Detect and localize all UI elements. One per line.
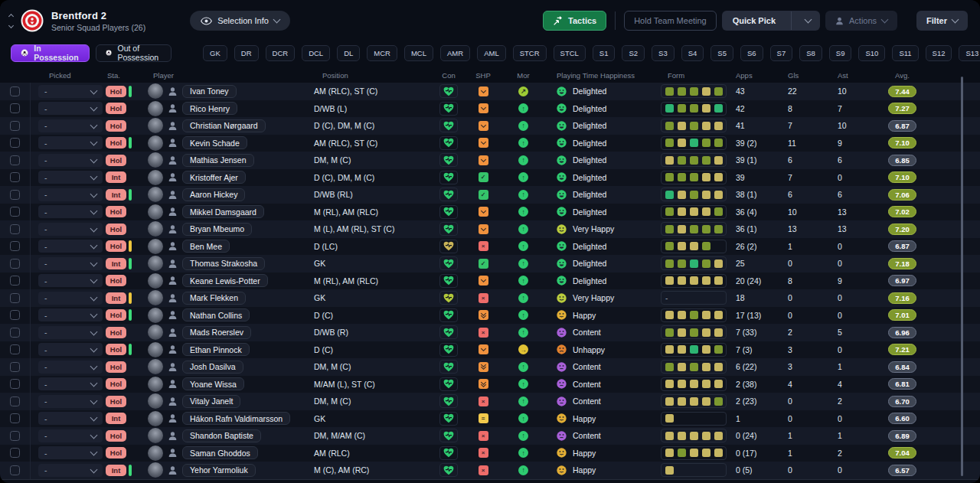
player-name[interactable]: Ethan Pinnock	[182, 343, 250, 356]
player-profile-button[interactable]	[168, 103, 178, 113]
row-checkbox[interactable]	[10, 344, 20, 354]
position-tab-gk[interactable]: GK	[203, 45, 227, 61]
panel-collapse-控l[interactable]	[9, 15, 13, 28]
picked-dropdown[interactable]: -	[38, 412, 103, 425]
player-name[interactable]: Mikkel Damsgaard	[182, 205, 264, 218]
position-tab-s1[interactable]: S1	[593, 45, 616, 61]
player-name[interactable]: Christian Nørgaard	[182, 119, 266, 132]
player-name[interactable]: Yoane Wissa	[182, 377, 244, 390]
picked-dropdown[interactable]: -	[38, 464, 103, 477]
row-checkbox[interactable]	[10, 121, 20, 131]
chevron-up-icon[interactable]	[8, 13, 14, 18]
picked-dropdown[interactable]: -	[38, 119, 103, 132]
picked-dropdown[interactable]: -	[38, 429, 103, 442]
position-tab-amr[interactable]: AMR	[440, 45, 470, 61]
position-tab-mcl[interactable]: MCL	[404, 45, 433, 61]
row-checkbox[interactable]	[10, 155, 20, 165]
player-profile-button[interactable]	[168, 276, 178, 286]
position-tab-dr[interactable]: DR	[234, 45, 259, 61]
row-checkbox[interactable]	[10, 310, 20, 320]
position-tab-s11[interactable]: S11	[892, 45, 918, 61]
player-profile-button[interactable]	[168, 190, 178, 200]
row-checkbox[interactable]	[10, 431, 20, 441]
row-checkbox[interactable]	[10, 190, 20, 200]
player-name[interactable]: Mark Flekken	[182, 292, 246, 305]
picked-dropdown[interactable]: -	[38, 257, 103, 270]
position-tab-s6[interactable]: S6	[740, 45, 763, 61]
row-checkbox[interactable]	[10, 293, 20, 303]
picked-dropdown[interactable]: -	[38, 446, 103, 459]
tab-out-of-possession[interactable]: Out of Possession	[96, 44, 172, 62]
position-tab-stcl[interactable]: STCL	[554, 45, 586, 61]
player-profile-button[interactable]	[168, 86, 178, 96]
row-checkbox[interactable]	[10, 465, 20, 475]
quick-pick-dropdown[interactable]	[797, 19, 819, 22]
row-checkbox[interactable]	[10, 172, 20, 182]
player-name[interactable]: Mathias Jensen	[182, 154, 254, 167]
player-profile-button[interactable]	[168, 413, 178, 423]
player-name[interactable]: Shandon Baptiste	[182, 429, 261, 442]
row-checkbox[interactable]	[10, 276, 20, 286]
position-tab-s4[interactable]: S4	[681, 45, 704, 61]
position-tab-s7[interactable]: S7	[770, 45, 793, 61]
picked-dropdown[interactable]: -	[38, 326, 103, 339]
row-checkbox[interactable]	[10, 207, 20, 217]
player-name[interactable]: Thomas Strakosha	[182, 257, 265, 270]
player-profile-button[interactable]	[168, 241, 178, 251]
picked-dropdown[interactable]: -	[38, 343, 103, 356]
tab-in-possession[interactable]: In Possession	[11, 44, 90, 62]
position-tab-s10[interactable]: S10	[858, 45, 885, 61]
position-tab-dl[interactable]: DL	[337, 45, 360, 61]
hold-team-meeting-button[interactable]: Hold Team Meeting	[624, 11, 717, 31]
player-name[interactable]: Hákon Rafn Valdimarsson	[182, 412, 290, 425]
player-profile-button[interactable]	[168, 121, 178, 131]
player-profile-button[interactable]	[168, 328, 178, 338]
picked-dropdown[interactable]: -	[38, 102, 103, 115]
row-checkbox[interactable]	[10, 328, 20, 338]
player-profile-button[interactable]	[168, 362, 178, 372]
picked-dropdown[interactable]: -	[38, 205, 103, 218]
position-tab-s13[interactable]: S13	[959, 45, 980, 61]
row-checkbox[interactable]	[10, 448, 20, 458]
row-checkbox[interactable]	[10, 86, 20, 96]
picked-dropdown[interactable]: -	[38, 85, 103, 98]
picked-dropdown[interactable]: -	[38, 292, 103, 305]
position-tab-s5[interactable]: S5	[710, 45, 733, 61]
player-profile-button[interactable]	[168, 379, 178, 389]
row-checkbox[interactable]	[10, 413, 20, 423]
player-name[interactable]: Kevin Schade	[182, 136, 247, 149]
row-checkbox[interactable]	[10, 379, 20, 389]
position-tab-s8[interactable]: S8	[799, 45, 822, 61]
player-profile-button[interactable]	[168, 344, 178, 354]
player-name[interactable]: Vitaly Janelt	[182, 395, 240, 408]
picked-dropdown[interactable]: -	[38, 361, 103, 374]
picked-dropdown[interactable]: -	[38, 154, 103, 167]
player-profile-button[interactable]	[168, 138, 178, 148]
picked-dropdown[interactable]: -	[38, 395, 103, 408]
player-profile-button[interactable]	[168, 224, 178, 234]
position-tab-dcl[interactable]: DCL	[302, 45, 330, 61]
position-tab-aml[interactable]: AML	[477, 45, 506, 61]
row-checkbox[interactable]	[10, 224, 20, 234]
vertical-scrollbar[interactable]	[961, 77, 963, 476]
picked-dropdown[interactable]: -	[38, 136, 103, 149]
position-tab-dcr[interactable]: DCR	[266, 45, 296, 61]
player-name[interactable]: Ben Mee	[182, 240, 230, 253]
selection-info-button[interactable]: Selection Info	[190, 11, 290, 31]
picked-dropdown[interactable]: -	[38, 274, 103, 287]
player-name[interactable]: Keane Lewis-Potter	[182, 274, 268, 287]
player-profile-button[interactable]	[168, 397, 178, 406]
position-tab-s12[interactable]: S12	[926, 45, 952, 61]
player-profile-button[interactable]	[168, 431, 178, 441]
player-profile-button[interactable]	[168, 310, 178, 320]
picked-dropdown[interactable]: -	[38, 308, 103, 321]
quick-pick-label[interactable]: Quick Pick	[723, 16, 786, 25]
picked-dropdown[interactable]: -	[38, 188, 103, 201]
player-profile-button[interactable]	[168, 172, 178, 182]
player-name[interactable]: Ivan Toney	[182, 85, 237, 98]
player-name[interactable]: Kristoffer Ajer	[182, 171, 246, 184]
picked-dropdown[interactable]: -	[38, 171, 103, 184]
player-profile-button[interactable]	[168, 465, 178, 475]
picked-dropdown[interactable]: -	[38, 223, 103, 236]
row-checkbox[interactable]	[10, 241, 20, 251]
